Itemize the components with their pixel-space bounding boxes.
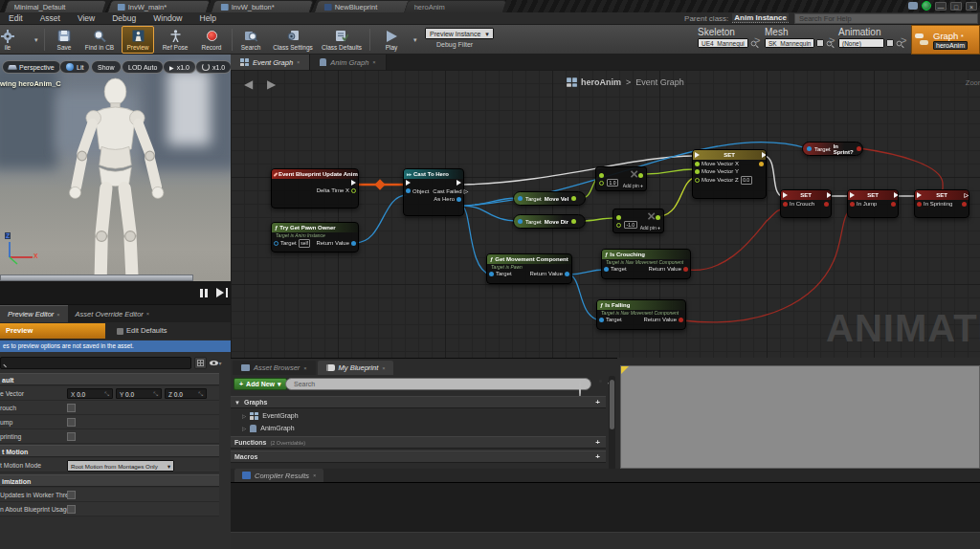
blueprint-usage-checkbox[interactable] [67, 505, 76, 514]
show-button[interactable]: Show [91, 60, 122, 74]
tab-event-graph[interactable]: Event Graph × [231, 55, 310, 70]
expander-icon[interactable]: ▷ [242, 413, 246, 419]
move-vector-y-field[interactable]: Y 0.0⤡ [116, 388, 162, 399]
node-set-move-vector[interactable]: SET Move Vector X Move Vector Y Move Vec… [692, 149, 767, 199]
menu-asset[interactable]: Asset [32, 12, 69, 25]
bool-in-pin[interactable] [850, 202, 855, 207]
move-vector-x-pin[interactable] [695, 162, 700, 166]
tab-my-blueprint[interactable]: My Blueprint × [318, 361, 394, 375]
ref-pose-button[interactable]: Ref Pose [158, 26, 192, 54]
target-pin[interactable] [489, 272, 494, 276]
expander-icon[interactable]: ▼ [234, 400, 240, 406]
timeline-scrubber[interactable] [0, 274, 193, 281]
category-default[interactable]: ault [0, 373, 219, 385]
animation-value[interactable]: (None) [838, 38, 884, 48]
edit-defaults-button[interactable]: Edit Defaults [117, 323, 167, 339]
bool-out-pin[interactable] [891, 202, 896, 207]
event-graph-canvas[interactable]: ◀ ▶ heroAnim > Event Graph Zoom ANIMATIO… [231, 70, 980, 358]
lod-auto-button[interactable]: LOD Auto [122, 60, 164, 74]
node-cast-to-hero[interactable]: ▸▸ Cast To Hero Object Cast Failed▷ As H… [403, 168, 464, 216]
save-button[interactable]: Save [50, 26, 78, 54]
playback-speed-button[interactable]: ▶ x1.0 [163, 60, 196, 74]
target-pin[interactable] [604, 267, 609, 272]
pause-button[interactable] [196, 286, 212, 299]
add-pin-button[interactable]: Add pin + [623, 183, 643, 188]
window-tab-invw-main[interactable]: InvW_main* [107, 0, 211, 12]
node-event-blueprint-update-animation[interactable]: Event Blueprint Update Animation Delta T… [271, 168, 359, 209]
node-set-in-jump[interactable]: SET In Jump [847, 189, 899, 218]
move-vector-z-pin[interactable] [695, 178, 700, 183]
multiply-value[interactable]: -1.0 [624, 221, 637, 230]
bool-return-pin[interactable] [683, 267, 688, 272]
bool-out-pin[interactable] [824, 202, 829, 207]
graphs-section-header[interactable]: ▼ Graphs + [231, 396, 606, 408]
class-defaults-button[interactable]: Class Defaults [319, 26, 365, 54]
class-settings-button[interactable]: Class Settings [270, 26, 316, 54]
macros-section-header[interactable]: Macros + [231, 450, 606, 463]
close-icon[interactable]: × [382, 365, 385, 371]
add-function-button[interactable]: + [595, 438, 600, 447]
tab-asset-browser[interactable]: Asset Browser × [233, 361, 316, 375]
close-button[interactable]: × [966, 2, 977, 11]
exec-out-pin[interactable] [351, 180, 356, 186]
bool-out-pin[interactable] [857, 146, 861, 151]
view-options-button[interactable]: ▾ [210, 357, 222, 369]
step-forward-button[interactable] [214, 286, 230, 299]
search-button[interactable]: Search [235, 26, 266, 54]
float-out-pin[interactable] [638, 173, 643, 178]
exec-in-pin[interactable] [850, 192, 855, 198]
bool-return-pin[interactable] [679, 318, 683, 322]
add-pin-button[interactable]: Add pin + [640, 225, 660, 231]
edit-preview-button[interactable]: Preview [0, 323, 105, 339]
node-set-in-crouch[interactable]: SET In Crouch [780, 189, 832, 218]
float-out-pin[interactable] [656, 215, 660, 220]
target-pin[interactable] [518, 196, 523, 201]
find-in-cb-button[interactable]: Find in CB [80, 26, 119, 54]
move-vector-x-field[interactable]: X 0.0⤡ [67, 388, 113, 399]
window-tab-heroanim[interactable]: heroAnim [404, 0, 507, 12]
as-hero-pin[interactable] [457, 197, 461, 202]
tab-compiler-results[interactable]: Compiler Results × [234, 469, 323, 482]
node-get-in-sprint[interactable]: Target In Sprint? [802, 142, 863, 156]
exec-out-hollow-pin[interactable]: ▷ [964, 191, 969, 198]
node-set-in-sprinting[interactable]: SET ▷ In Sprinting [914, 189, 969, 218]
feedback-bubble-icon[interactable] [908, 2, 918, 10]
object-pin[interactable] [406, 188, 411, 193]
breadcrumb-animation[interactable]: Animation (None) [838, 27, 902, 48]
exec-out-pin[interactable] [457, 180, 461, 186]
preview-button[interactable]: Preview [122, 26, 154, 54]
node-get-move-vel[interactable]: Target Move Vel [513, 191, 586, 206]
move-vector-z-field[interactable]: Z 0.0⤡ [165, 388, 207, 399]
float-in-pin-2[interactable] [599, 181, 604, 186]
lit-button[interactable]: Lit [59, 60, 90, 74]
z-default-value[interactable]: 0.0 [741, 176, 752, 185]
play-caret-icon[interactable]: ▾ [413, 36, 417, 44]
target-pin[interactable] [518, 219, 523, 224]
node-multiply-2[interactable]: × -1.0 Add pin + [612, 209, 664, 233]
close-icon[interactable]: × [372, 59, 375, 65]
menu-view[interactable]: View [69, 12, 103, 25]
functions-section-header[interactable]: Functions (2 Overridable) + [231, 436, 606, 449]
window-tab-invw-button[interactable]: InvW_button* [211, 0, 314, 12]
column-view-button[interactable] [194, 357, 207, 369]
exec-out-hollow-pin[interactable]: ▷ [464, 187, 469, 194]
compiler-results-body[interactable] [231, 482, 980, 532]
item-event-graph[interactable]: ▷ EventGraph [231, 409, 606, 422]
details-search-input[interactable] [0, 357, 191, 369]
compile-button[interactable]: ile [0, 26, 31, 54]
node-is-crouching[interactable]: ƒ Is Crouching Target is Nav Movement Co… [601, 249, 691, 279]
target-pin[interactable] [599, 318, 604, 322]
in-crouch-checkbox[interactable] [67, 404, 76, 412]
blueprint-scrollbar[interactable] [609, 376, 615, 481]
add-new-button[interactable]: + Add New ▾ [234, 378, 287, 390]
exec-in-pin[interactable] [695, 152, 700, 158]
close-icon[interactable]: × [313, 472, 316, 478]
exec-in-pin[interactable] [783, 192, 788, 198]
category-optimization[interactable]: imization [0, 474, 219, 487]
worker-thread-checkbox[interactable] [67, 491, 76, 499]
record-button[interactable]: Record [195, 26, 228, 54]
minimize-button[interactable]: — [935, 2, 947, 11]
window-tab-minimal-default[interactable]: Minimal_Default [4, 0, 107, 12]
return-value-pin[interactable] [351, 241, 356, 246]
in-jump-checkbox[interactable] [67, 418, 76, 427]
